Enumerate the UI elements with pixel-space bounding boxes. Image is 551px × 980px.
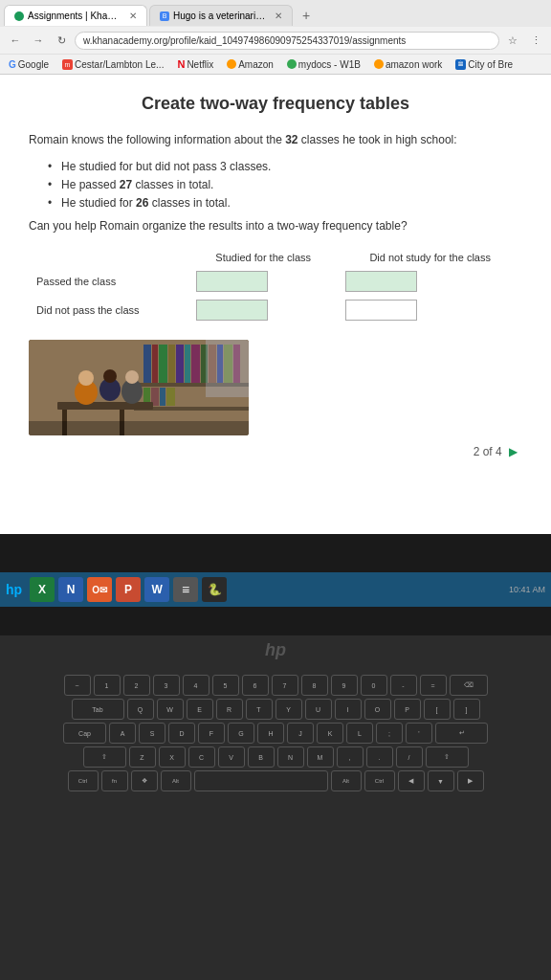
next-page-arrow[interactable]: ▶	[509, 445, 518, 458]
key-x[interactable]: X	[159, 746, 186, 768]
key-ctrl-right[interactable]: Ctrl	[364, 770, 395, 791]
key-7[interactable]: 7	[272, 675, 298, 696]
key-p[interactable]: P	[394, 699, 421, 720]
key-5[interactable]: 5	[212, 675, 239, 696]
bookmark-cestar[interactable]: m Cestar/Lambton Le...	[59, 58, 166, 71]
bookmark-star[interactable]: ☆	[503, 31, 522, 50]
key-n[interactable]: N	[277, 746, 304, 768]
key-4[interactable]: 4	[183, 675, 209, 696]
key-shift-right[interactable]: ⇧	[426, 746, 469, 768]
key-l[interactable]: L	[346, 723, 373, 744]
new-tab-button[interactable]: +	[295, 4, 318, 27]
menu-button[interactable]: ⋮	[526, 31, 545, 50]
key-ctrl-left[interactable]: Ctrl	[68, 770, 99, 791]
svg-rect-2	[143, 345, 151, 383]
key-f[interactable]: F	[198, 723, 225, 744]
key-bracket-right[interactable]: ]	[453, 699, 480, 720]
key-1[interactable]: 1	[94, 675, 121, 696]
forward-button[interactable]: →	[29, 31, 48, 50]
key-semicolon[interactable]: ;	[376, 723, 403, 744]
bullet-3-end: classes in total.	[148, 196, 230, 210]
key-g[interactable]: G	[228, 723, 254, 744]
key-fn[interactable]: fn	[101, 770, 128, 791]
bookmark-city[interactable]: 🏛 City of Bre	[452, 58, 516, 71]
key-period[interactable]: .	[366, 746, 393, 768]
key-tab[interactable]: Tab	[72, 699, 124, 720]
taskbar-word-n[interactable]: N	[58, 577, 83, 602]
key-6[interactable]: 6	[242, 675, 269, 696]
key-quote[interactable]: '	[406, 723, 432, 744]
key-3[interactable]: 3	[153, 675, 180, 696]
key-9[interactable]: 9	[331, 675, 358, 696]
back-button[interactable]: ←	[6, 31, 25, 50]
cell-notpassed-studied[interactable]	[188, 296, 338, 324]
key-s[interactable]: S	[139, 723, 165, 744]
taskbar-python[interactable]: 🐍	[202, 577, 227, 602]
hugo-tab-close[interactable]: ✕	[275, 11, 282, 21]
key-alt-right[interactable]: Alt	[331, 770, 362, 791]
key-m[interactable]: M	[307, 746, 334, 768]
cell-passed-studied[interactable]	[188, 267, 338, 296]
key-tilde[interactable]: ~	[64, 675, 91, 696]
key-e[interactable]: E	[187, 699, 213, 720]
tab-hugo[interactable]: B Hugo is a veterinarian. He know… ✕	[149, 5, 293, 26]
key-h[interactable]: H	[257, 723, 284, 744]
cell-notpassed-not-studied[interactable]	[338, 296, 522, 324]
key-q[interactable]: Q	[127, 699, 154, 720]
bookmark-amazon-work[interactable]: amazon work	[371, 58, 445, 71]
key-0[interactable]: 0	[361, 675, 387, 696]
key-comma[interactable]: ,	[337, 746, 364, 768]
key-v[interactable]: V	[218, 746, 245, 768]
key-k[interactable]: K	[317, 723, 343, 744]
bookmark-netflix[interactable]: N Netflix	[174, 57, 216, 71]
tab-khan-academy[interactable]: Assignments | Khan Academy ✕	[4, 5, 147, 26]
bookmark-mydocs[interactable]: mydocs - W1B	[284, 58, 364, 71]
key-8[interactable]: 8	[301, 675, 328, 696]
key-minus[interactable]: -	[390, 675, 417, 696]
key-arrow-right[interactable]: ▶	[457, 770, 484, 791]
key-u[interactable]: U	[305, 699, 332, 720]
key-bracket-left[interactable]: [	[424, 699, 451, 720]
taskbar-outlook[interactable]: O✉	[87, 577, 112, 602]
key-arrow-down[interactable]: ▼	[428, 770, 454, 791]
key-arrow-left[interactable]: ◀	[398, 770, 425, 791]
input-passed-studied[interactable]	[196, 271, 268, 292]
key-win[interactable]: ❖	[131, 770, 158, 791]
key-b[interactable]: B	[248, 746, 275, 768]
input-notpassed-studied[interactable]	[196, 300, 268, 321]
svg-rect-7	[185, 345, 190, 383]
key-backspace[interactable]: ⌫	[450, 675, 488, 696]
key-c[interactable]: C	[188, 746, 215, 768]
key-equals[interactable]: =	[420, 675, 447, 696]
bookmark-amazon[interactable]: Amazon	[224, 58, 276, 71]
input-passed-not-studied[interactable]	[345, 271, 417, 292]
key-shift-left[interactable]: ⇧	[83, 746, 126, 768]
taskbar-misc[interactable]: ≡	[173, 577, 198, 602]
key-caps[interactable]: Cap	[63, 723, 106, 744]
key-o[interactable]: O	[364, 699, 391, 720]
taskbar-word[interactable]: W	[144, 577, 169, 602]
bookmark-google[interactable]: G Google	[6, 58, 52, 71]
key-r[interactable]: R	[216, 699, 243, 720]
input-notpassed-not-studied[interactable]	[345, 300, 417, 321]
refresh-button[interactable]: ↻	[52, 31, 71, 50]
key-enter[interactable]: ↵	[435, 723, 488, 744]
key-y[interactable]: Y	[276, 699, 302, 720]
key-a[interactable]: A	[109, 723, 136, 744]
key-slash[interactable]: /	[396, 746, 423, 768]
key-z[interactable]: Z	[129, 746, 156, 768]
key-i[interactable]: I	[335, 699, 362, 720]
key-t[interactable]: T	[246, 699, 273, 720]
taskbar-excel[interactable]: X	[30, 577, 55, 602]
key-j[interactable]: J	[287, 723, 314, 744]
taskbar-powerpoint[interactable]: P	[116, 577, 141, 602]
address-input[interactable]	[75, 32, 499, 50]
cell-passed-not-studied[interactable]	[338, 267, 522, 296]
khan-tab-close[interactable]: ✕	[129, 11, 137, 21]
key-d[interactable]: D	[168, 723, 195, 744]
key-alt-left[interactable]: Alt	[161, 770, 191, 791]
keyboard-row-5: Ctrl fn ❖ Alt Alt Ctrl ◀ ▼ ▶	[14, 770, 537, 791]
key-w[interactable]: W	[157, 699, 184, 720]
key-2[interactable]: 2	[123, 675, 150, 696]
key-space[interactable]	[194, 770, 328, 791]
